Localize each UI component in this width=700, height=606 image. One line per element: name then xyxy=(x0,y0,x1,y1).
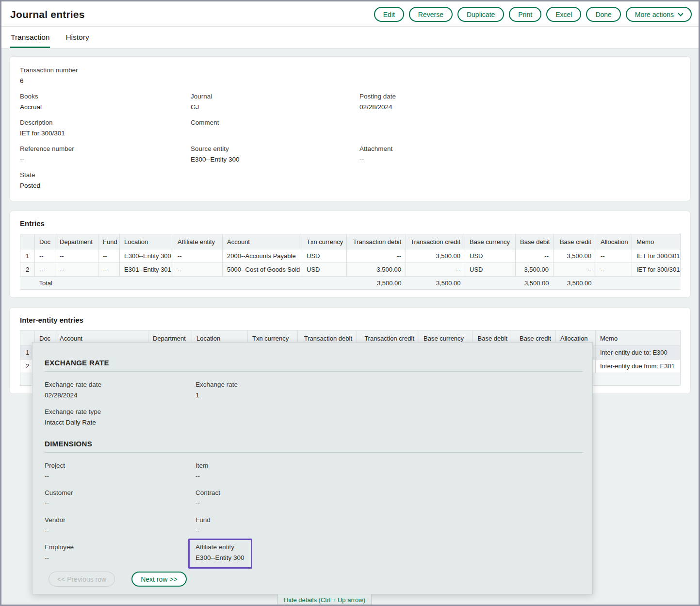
field-project: Project -- xyxy=(45,462,195,480)
field-attachment: Attachment -- xyxy=(359,145,681,163)
field-journal: Journal GJ xyxy=(191,93,359,111)
print-button[interactable]: Print xyxy=(509,7,541,22)
page-title: Journal entries xyxy=(10,9,85,20)
dimensions-heading: DIMENSIONS xyxy=(45,440,580,448)
next-row-button[interactable]: Next row >> xyxy=(131,572,186,587)
previous-row-button[interactable]: << Previous row xyxy=(49,572,115,587)
entries-total-label: Total xyxy=(35,277,347,290)
header-actions: Edit Reverse Duplicate Print Excel Done … xyxy=(374,7,692,22)
done-button[interactable]: Done xyxy=(586,7,620,22)
entries-table: Doc Department Fund Location Affiliate e… xyxy=(20,234,681,290)
tab-bar: Transaction History xyxy=(1,27,699,49)
entries-card: Entries Doc Department Fund Location A xyxy=(9,211,691,298)
field-transaction-number: Transaction number 6 xyxy=(20,66,191,84)
row-navigation: << Previous row Next row >> xyxy=(49,572,187,587)
field-employee: Employee -- xyxy=(45,543,195,563)
exchange-rate-heading: EXCHANGE RATE xyxy=(45,359,580,367)
row-detail-panel: EXCHANGE RATE Exchange rate date 02/28/2… xyxy=(32,342,593,594)
more-actions-label: More actions xyxy=(635,11,674,18)
field-fund: Fund -- xyxy=(195,516,580,535)
entries-total-row: Total 3,500.00 3,500.00 3,500.00 3,500.0… xyxy=(20,277,681,290)
entries-row-2[interactable]: 2 -- -- -- E301--Entity 301 -- 5000--Cos… xyxy=(20,263,681,277)
tab-history[interactable]: History xyxy=(65,27,89,48)
field-books: Books Accrual xyxy=(20,93,191,111)
divider xyxy=(45,371,583,372)
field-exchange-rate: Exchange rate 1 xyxy=(195,381,580,399)
entries-title: Entries xyxy=(20,219,681,228)
edit-button[interactable]: Edit xyxy=(374,7,404,22)
duplicate-button[interactable]: Duplicate xyxy=(457,7,504,22)
field-vendor: Vendor -- xyxy=(45,516,195,535)
hide-details-tab[interactable]: Hide details (Ctrl + Up arrow) xyxy=(277,594,372,606)
field-affiliate-entity-highlighted: Affiliate entity E300--Entity 300 xyxy=(188,539,252,569)
entries-header-row: Doc Department Fund Location Affiliate e… xyxy=(20,234,681,249)
field-comment: Comment xyxy=(191,119,359,137)
field-item: Item -- xyxy=(195,462,580,480)
hide-details-label: Hide details (Ctrl + Up arrow) xyxy=(284,596,365,604)
tab-transaction[interactable]: Transaction xyxy=(10,27,50,48)
page-header: Journal entries Edit Reverse Duplicate P… xyxy=(1,1,699,27)
field-reference-number: Reference number -- xyxy=(20,145,191,163)
field-exchange-rate-type: Exchange rate type Intacct Daily Rate xyxy=(45,408,195,426)
field-description: Description IET for 300/301 xyxy=(20,119,191,137)
excel-button[interactable]: Excel xyxy=(546,7,581,22)
chevron-down-icon xyxy=(678,11,683,16)
transaction-details-card: Transaction number 6 Books Accrual Journ… xyxy=(9,56,691,201)
field-contract: Contract -- xyxy=(195,489,580,508)
inter-entity-title: Inter-entity entries xyxy=(20,316,681,324)
entries-row-1[interactable]: 1 -- -- -- E300--Entity 300 -- 2000--Acc… xyxy=(20,249,681,263)
field-posting-date: Posting date 02/28/2024 xyxy=(359,93,681,111)
more-actions-button[interactable]: More actions xyxy=(626,7,692,22)
field-exchange-rate-date: Exchange rate date 02/28/2024 xyxy=(45,381,195,399)
reverse-button[interactable]: Reverse xyxy=(409,7,453,22)
field-source-entity: Source entity E300--Entity 300 xyxy=(191,145,359,163)
field-customer: Customer -- xyxy=(45,489,195,508)
divider xyxy=(45,452,583,453)
journal-entries-page: Journal entries Edit Reverse Duplicate P… xyxy=(0,0,700,606)
field-state: State Posted xyxy=(20,171,191,189)
